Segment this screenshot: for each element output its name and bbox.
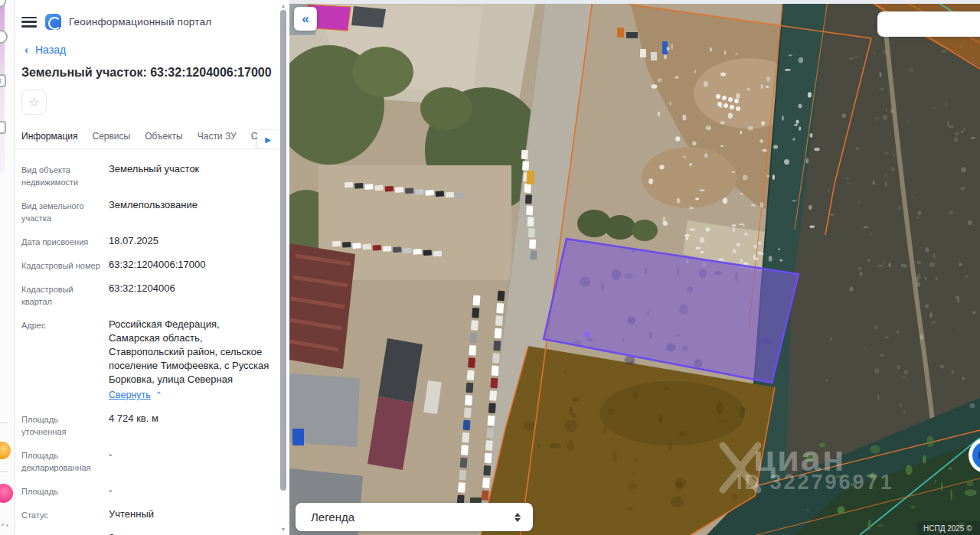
- trees: [605, 215, 635, 240]
- field-value: Учтенный: [109, 507, 272, 521]
- tab-объекты[interactable]: Объекты: [145, 131, 183, 149]
- double-chevron-left-icon: «: [302, 11, 309, 27]
- edge-dot: [6, 524, 8, 527]
- star-icon: ☆: [28, 95, 39, 109]
- legend-dropdown[interactable]: Легенда: [296, 503, 533, 531]
- scroll-up-arrow-icon[interactable]: ▲: [278, 3, 289, 8]
- edge-pink-app-icon: [0, 484, 13, 503]
- page-title: Земельный участок: 63:32:1204006:17000: [21, 66, 272, 80]
- legend-label: Легенда: [311, 511, 514, 524]
- edge-dot: [2, 524, 4, 526]
- truck: [640, 49, 646, 57]
- field-value: Земельный участок: [109, 162, 272, 188]
- trees: [352, 47, 413, 97]
- trees: [632, 220, 658, 241]
- yellow-bus: [527, 171, 535, 184]
- field-label: Вид объекта недвижимости: [21, 162, 109, 188]
- back-label: Назад: [35, 44, 66, 56]
- field-label: Площадь: [21, 484, 109, 497]
- tab-информация[interactable]: Информация: [21, 131, 77, 149]
- edge-refresh-icon: [0, 30, 8, 44]
- portal-logo-icon: [45, 14, 61, 30]
- scrollbar-thumb[interactable]: [280, 10, 286, 491]
- parcel-point: [584, 331, 590, 338]
- excavator: [617, 28, 624, 38]
- tab-strip: ИнформацияСервисыОбъектыЧасти ЗУСостаГ ▶: [15, 129, 278, 149]
- scroll-down-arrow-icon[interactable]: ▼: [278, 527, 289, 532]
- field-label: Адрес: [21, 318, 109, 402]
- field-value: 4 724 кв. м: [109, 412, 272, 438]
- map-search-box[interactable]: [877, 11, 980, 37]
- chevron-right-icon: ▶: [265, 135, 271, 144]
- field-label: Дата присвоения: [21, 234, 109, 248]
- edge-divider: [0, 471, 8, 472]
- page-top-strip: [289, 0, 980, 4]
- window-edge-strip: 4: [0, 0, 15, 535]
- field-label: Площадь уточненная: [21, 412, 109, 438]
- field-label: Кадастровый номер: [21, 258, 109, 272]
- sorter-updown-icon: [514, 513, 521, 522]
- satellite-map[interactable]: циан ID 322796971 НСПД 2025 © « Легенда: [289, 0, 980, 535]
- field-value: Земли населенных пунктов: [109, 531, 272, 535]
- machinery: [626, 32, 638, 38]
- dirt-patch: [642, 147, 737, 208]
- blue-container: [292, 429, 304, 445]
- satellite-imagery[interactable]: циан ID 322796971 НСПД 2025 ©: [289, 0, 980, 535]
- field-value: Российская Федерация, Самарская область,…: [109, 318, 272, 402]
- attributes-list: Вид объекта недвижимостиЗемельный участо…: [15, 149, 278, 535]
- field-value: 63:32:1204006:17000: [109, 258, 272, 272]
- tab-сервисы[interactable]: Сервисы: [92, 131, 130, 149]
- portal-title: Геоинформационный портал: [69, 16, 211, 28]
- info-panel: Геоинформационный портал ‹ Назад Земельн…: [15, 0, 278, 535]
- edge-orange-app-icon: [0, 442, 11, 459]
- field-label: Категория земель: [21, 531, 109, 535]
- menu-hamburger-icon[interactable]: [21, 17, 37, 28]
- favorite-star-button[interactable]: ☆: [21, 90, 47, 115]
- tabs-scroll-right-button[interactable]: ▶: [257, 130, 278, 149]
- trees: [420, 87, 472, 130]
- edge-square-icon: [0, 121, 6, 134]
- address-collapse-link[interactable]: Свернуть: [109, 388, 151, 402]
- field-value: 63:32:1204006: [109, 282, 272, 308]
- truck: [651, 52, 657, 60]
- field-value: 18.07.2025: [109, 234, 272, 248]
- field-label: Площадь декларированная: [21, 448, 109, 474]
- back-link[interactable]: ‹ Назад: [24, 43, 272, 56]
- field-shadow: [599, 381, 745, 445]
- caret-up-icon: ⌃: [155, 390, 162, 400]
- field-label: Кадастровый квартал: [21, 282, 109, 308]
- edge-divider: [0, 422, 8, 423]
- chevron-left-icon: ‹: [25, 43, 28, 56]
- field-label: Вид земельного участка: [21, 198, 109, 224]
- map-search-input[interactable]: [885, 18, 980, 30]
- field-label: Статус: [21, 507, 109, 521]
- tab-части зу[interactable]: Части ЗУ: [198, 131, 237, 149]
- edge-partial-icon: [0, 0, 6, 8]
- building-roof: [351, 6, 386, 28]
- field-value: -: [109, 484, 272, 497]
- field-value: Землепользование: [109, 198, 272, 224]
- panel-scrollbar[interactable]: ▲ ▼: [278, 0, 289, 535]
- map-attribution: НСПД 2025 ©: [923, 524, 972, 533]
- watermark-id: ID 322796971: [737, 471, 894, 494]
- field-value: -: [109, 448, 272, 474]
- edge-badge-icon: 4: [0, 74, 6, 87]
- collapse-panel-button[interactable]: «: [294, 7, 317, 31]
